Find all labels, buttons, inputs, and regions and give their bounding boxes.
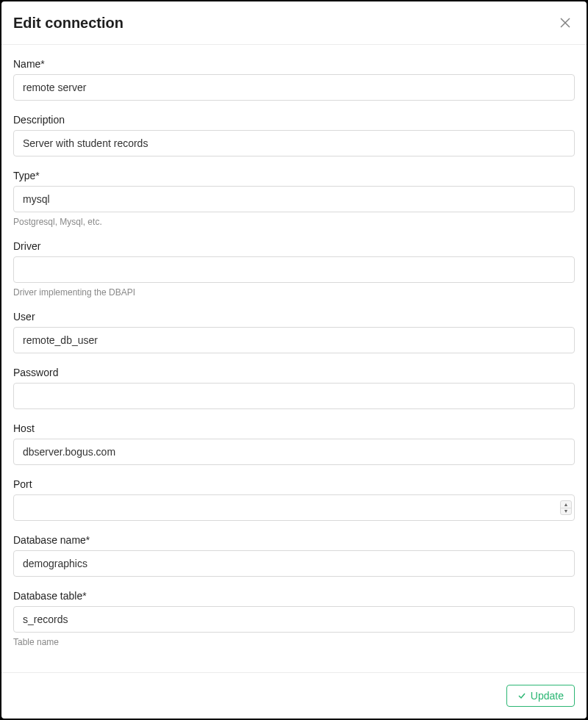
dialog-footer: Update <box>1 672 587 719</box>
field-password: Password <box>13 367 575 409</box>
dbtable-input[interactable] <box>13 606 575 633</box>
field-user: User <box>13 311 575 353</box>
host-label: Host <box>13 422 575 434</box>
description-label: Description <box>13 114 575 126</box>
name-label: Name* <box>13 58 575 70</box>
driver-input[interactable] <box>13 256 575 283</box>
description-input[interactable] <box>13 130 575 156</box>
close-button[interactable] <box>556 13 575 32</box>
check-icon <box>517 691 526 700</box>
user-input[interactable] <box>13 327 575 353</box>
port-stepper[interactable]: ▲ ▼ <box>560 500 572 515</box>
type-input[interactable] <box>13 186 575 212</box>
field-port: Port ▲ ▼ <box>13 478 575 521</box>
dbname-label: Database name* <box>13 534 575 546</box>
password-input[interactable] <box>13 383 575 409</box>
close-icon <box>559 16 572 29</box>
field-name: Name* <box>13 58 575 101</box>
field-dbname: Database name* <box>13 534 575 577</box>
type-label: Type* <box>13 170 575 181</box>
host-input[interactable] <box>13 439 575 465</box>
port-input-wrap: ▲ ▼ <box>13 494 575 521</box>
dbtable-label: Database table* <box>13 590 575 602</box>
name-input[interactable] <box>13 74 575 101</box>
chevron-up-icon[interactable]: ▲ <box>561 501 571 508</box>
password-label: Password <box>13 367 575 378</box>
field-description: Description <box>13 114 575 156</box>
update-button-label: Update <box>531 690 564 702</box>
field-driver: Driver Driver implementing the DBAPI <box>13 240 575 298</box>
port-label: Port <box>13 478 575 490</box>
field-type: Type* Postgresql, Mysql, etc. <box>13 170 575 227</box>
type-hint: Postgresql, Mysql, etc. <box>13 217 575 227</box>
dbtable-hint: Table name <box>13 637 575 647</box>
field-host: Host <box>13 422 575 465</box>
dialog-header: Edit connection <box>1 1 587 45</box>
chevron-down-icon[interactable]: ▼ <box>561 508 571 515</box>
field-dbtable: Database table* Table name <box>13 590 575 647</box>
dialog-title: Edit connection <box>13 15 123 32</box>
user-label: User <box>13 311 575 323</box>
dbname-input[interactable] <box>13 550 575 577</box>
driver-label: Driver <box>13 240 575 252</box>
driver-hint: Driver implementing the DBAPI <box>13 287 575 298</box>
update-button[interactable]: Update <box>506 685 575 707</box>
edit-connection-dialog: Edit connection Name* Description Type* … <box>1 1 587 719</box>
port-input[interactable] <box>13 494 575 521</box>
dialog-body: Name* Description Type* Postgresql, Mysq… <box>1 45 587 672</box>
